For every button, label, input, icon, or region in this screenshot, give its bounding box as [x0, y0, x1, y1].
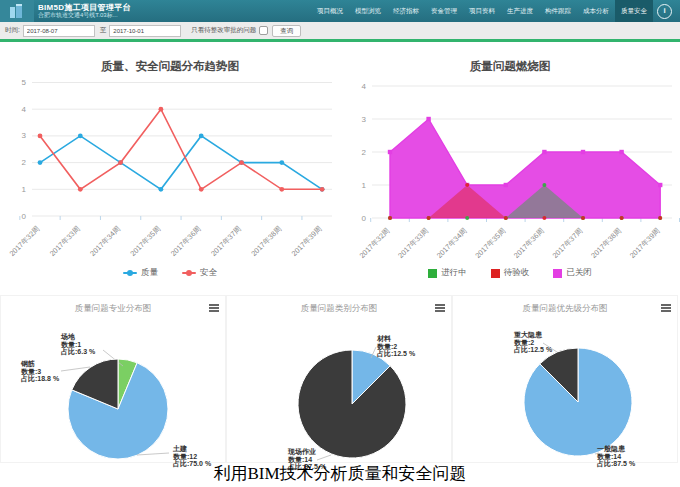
- caption: 利用BIM技术分析质量和安全问题: [0, 462, 680, 485]
- top-nav: 项目概况模型浏览经济指标资金管理项目资料生产进度构件跟踪成本分析质量安全: [311, 0, 653, 22]
- legend-item-已关闭[interactable]: 已关闭: [553, 267, 592, 279]
- burndown-legend: 进行中待验收已关闭: [340, 267, 680, 279]
- panel-menu-icon[interactable]: [209, 304, 219, 313]
- legend-label: 质量: [141, 267, 158, 279]
- svg-text:1: 1: [362, 181, 367, 190]
- pie-panel-2: 质量问题优先级分布图一般隐患数量:14占比:87.5 %重大隐患数量:2占比:1…: [452, 295, 678, 463]
- svg-text:1: 1: [22, 185, 27, 194]
- filter-bar: 时间: 至 只看待整改审批的问题 查询: [0, 22, 680, 39]
- start-date-input[interactable]: [23, 25, 95, 37]
- svg-text:2017年34周: 2017年34周: [88, 224, 122, 258]
- svg-text:2017年32周: 2017年32周: [358, 226, 392, 260]
- panel-menu-icon[interactable]: [435, 304, 445, 313]
- svg-text:2017年39周: 2017年39周: [628, 226, 662, 260]
- svg-text:材料数量:2占比:12.5 %: 材料数量:2占比:12.5 %: [376, 334, 416, 358]
- legend-item-安全[interactable]: 安全: [182, 267, 217, 279]
- legend-label: 已关闭: [566, 267, 592, 279]
- pie-chart: 一般隐患数量:14占比:87.5 %重大隐患数量:2占比:12.5 %: [453, 314, 677, 462]
- bim5d-dashboard: BIM5D施工项目管理平台 合肥市轨道交通4号线T.03标... 项目概况模型浏…: [0, 0, 680, 487]
- legend-line-dot-icon: [123, 272, 137, 274]
- svg-text:2017年39周: 2017年39周: [290, 224, 324, 258]
- legend-square-icon: [491, 269, 500, 278]
- search-button[interactable]: 查询: [272, 25, 301, 37]
- burndown-chart: 012342017年32周2017年33周2017年34周2017年35周201…: [340, 79, 680, 269]
- nav-tab-0[interactable]: 项目概况: [311, 0, 349, 22]
- checkbox-label: 只看待整改审批的问题: [191, 26, 256, 35]
- panel-menu-icon[interactable]: [661, 304, 671, 313]
- legend-item-待验收[interactable]: 待验收: [491, 267, 530, 279]
- trend-chart-title: 质量、安全问题分布趋势图: [0, 45, 340, 74]
- svg-text:2017年35周: 2017年35周: [473, 226, 507, 260]
- svg-text:5: 5: [22, 79, 27, 87]
- nav-tab-8[interactable]: 质量安全: [615, 0, 653, 22]
- green-divider: [0, 39, 680, 42]
- app-title: BIM5D施工项目管理平台: [38, 4, 131, 12]
- nav-tab-5[interactable]: 生产进度: [501, 0, 539, 22]
- pie-chart: 场地数量:1占比:6.3 %土建数量:12占比:75.0 %钢筋数量:3占比:1…: [1, 314, 225, 462]
- logo-buildings-icon: [8, 3, 26, 19]
- svg-text:2: 2: [362, 148, 367, 157]
- burndown-chart-panel: 质量问题燃烧图 012342017年32周2017年33周2017年34周201…: [340, 45, 680, 295]
- burndown-chart-title: 质量问题燃烧图: [340, 45, 680, 74]
- svg-text:2: 2: [22, 158, 27, 167]
- svg-text:2017年36周: 2017年36周: [512, 226, 546, 260]
- logo: [0, 0, 34, 22]
- trend-legend: 质量安全: [0, 267, 340, 279]
- svg-text:2017年38周: 2017年38周: [589, 226, 623, 260]
- pie-panel-0: 质量问题专业分布图场地数量:1占比:6.3 %土建数量:12占比:75.0 %钢…: [0, 295, 226, 463]
- svg-text:2017年37周: 2017年37周: [209, 224, 243, 258]
- svg-text:4: 4: [22, 105, 27, 114]
- svg-text:重大隐患数量:2占比:12.5 %: 重大隐患数量:2占比:12.5 %: [513, 331, 553, 354]
- pie-chart: 材料数量:2占比:12.5 %现场作业数量:14占比:87.5 %: [227, 314, 451, 462]
- legend-square-icon: [553, 269, 562, 278]
- app-subtitle: 合肥市轨道交通4号线T.03标...: [38, 12, 131, 18]
- end-date-input[interactable]: [109, 25, 181, 37]
- approval-filter-checkbox[interactable]: [259, 26, 268, 35]
- legend-line-dot-icon: [182, 272, 196, 274]
- time-label: 时间:: [5, 26, 20, 35]
- svg-text:2017年35周: 2017年35周: [128, 224, 162, 258]
- legend-label: 进行中: [441, 267, 467, 279]
- legend-item-质量[interactable]: 质量: [123, 267, 158, 279]
- svg-text:2017年38周: 2017年38周: [249, 224, 283, 258]
- svg-text:2017年33周: 2017年33周: [48, 224, 82, 258]
- svg-text:3: 3: [22, 131, 27, 140]
- svg-text:2017年32周: 2017年32周: [8, 224, 42, 258]
- nav-tab-7[interactable]: 成本分析: [577, 0, 615, 22]
- user-icon[interactable]: i: [657, 4, 672, 19]
- svg-text:4: 4: [362, 82, 367, 91]
- svg-text:场地数量:1占比:6.3 %: 场地数量:1占比:6.3 %: [60, 333, 96, 356]
- trend-chart: 0123452017年32周2017年33周2017年34周2017年35周20…: [0, 79, 340, 269]
- svg-text:0: 0: [362, 214, 367, 223]
- pie-title: 质量问题类别分布图: [227, 296, 451, 315]
- legend-label: 安全: [200, 267, 217, 279]
- pie-panel-1: 质量问题类别分布图材料数量:2占比:12.5 %现场作业数量:14占比:87.5…: [226, 295, 452, 463]
- to-label: 至: [100, 26, 107, 35]
- svg-text:2017年37周: 2017年37周: [551, 226, 585, 260]
- pie-charts-row: 质量问题专业分布图场地数量:1占比:6.3 %土建数量:12占比:75.0 %钢…: [0, 295, 680, 463]
- svg-text:2017年36周: 2017年36周: [169, 224, 203, 258]
- svg-text:2017年34周: 2017年34周: [435, 226, 469, 260]
- trend-chart-panel: 质量、安全问题分布趋势图 0123452017年32周2017年33周2017年…: [0, 45, 340, 295]
- pie-title: 质量问题优先级分布图: [453, 296, 677, 315]
- nav-tab-6[interactable]: 构件跟踪: [539, 0, 577, 22]
- nav-tab-3[interactable]: 资金管理: [425, 0, 463, 22]
- svg-text:钢筋数量:3占比:18.8 %: 钢筋数量:3占比:18.8 %: [20, 360, 60, 383]
- svg-text:3: 3: [362, 115, 367, 124]
- legend-item-进行中[interactable]: 进行中: [428, 267, 467, 279]
- nav-tab-2[interactable]: 经济指标: [387, 0, 425, 22]
- svg-text:0: 0: [22, 212, 27, 221]
- nav-tab-4[interactable]: 项目资料: [463, 0, 501, 22]
- nav-tab-1[interactable]: 模型浏览: [349, 0, 387, 22]
- app-header: BIM5D施工项目管理平台 合肥市轨道交通4号线T.03标... 项目概况模型浏…: [0, 0, 680, 22]
- legend-square-icon: [428, 269, 437, 278]
- app-titles: BIM5D施工项目管理平台 合肥市轨道交通4号线T.03标...: [38, 4, 131, 19]
- legend-label: 待验收: [504, 267, 530, 279]
- pie-title: 质量问题专业分布图: [1, 296, 225, 315]
- svg-text:2017年33周: 2017年33周: [396, 226, 430, 260]
